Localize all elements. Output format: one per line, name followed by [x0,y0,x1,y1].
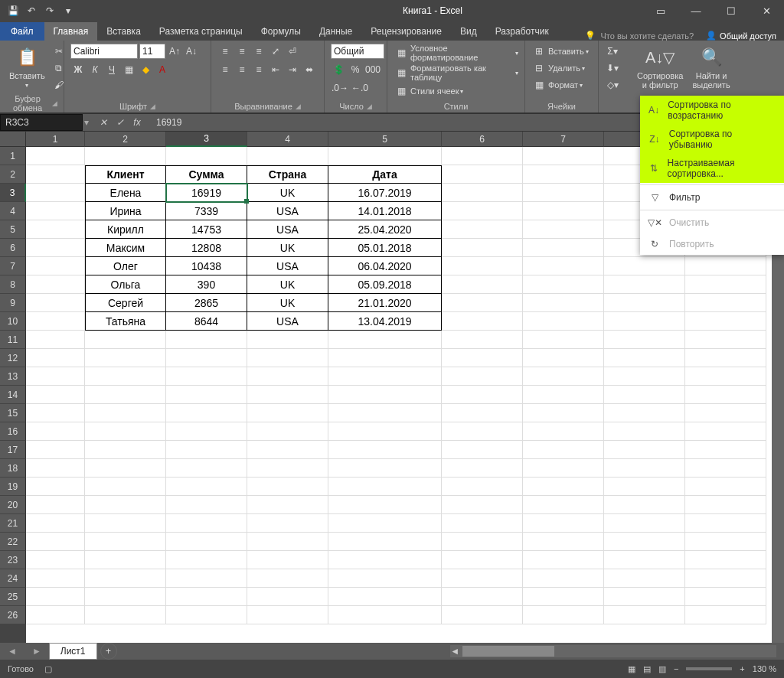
row-header[interactable]: 5 [0,220,26,239]
cell[interactable] [85,569,166,588]
cell[interactable] [523,147,604,165]
cell[interactable] [442,257,523,275]
cell[interactable] [247,569,328,588]
cell[interactable]: USA [247,312,328,331]
filter-item[interactable]: ▽Фильтр [640,187,784,208]
row-header[interactable]: 8 [0,275,26,294]
cell[interactable] [26,606,85,624]
custom-sort-item[interactable]: ⇅Настраиваемая сортировка... [640,154,784,183]
cell[interactable] [85,588,166,606]
cell[interactable] [523,275,604,294]
ribbon-options-icon[interactable]: ▭ [643,0,678,21]
cell[interactable] [328,386,442,404]
cell[interactable] [523,606,604,624]
row-header[interactable]: 25 [0,588,26,606]
find-select-button[interactable]: 🔍 Найти и выделить [689,44,733,91]
view-layout-icon[interactable]: ▤ [643,664,651,674]
dialog-launcher-icon[interactable]: ◢ [52,99,57,107]
cell[interactable] [85,514,166,533]
cell[interactable] [442,294,523,312]
cell[interactable] [604,606,685,624]
cell[interactable] [523,312,604,331]
cell[interactable] [442,606,523,624]
cell[interactable] [328,478,442,496]
cell[interactable] [26,349,85,367]
cell[interactable] [247,514,328,533]
cell[interactable] [166,496,247,514]
orientation-icon[interactable]: ⤢ [268,44,283,59]
cell[interactable] [523,184,604,202]
cell[interactable] [523,349,604,367]
fill-handle[interactable] [244,199,249,204]
grow-font-icon[interactable]: A↑ [167,44,182,59]
cell[interactable] [166,404,247,422]
view-break-icon[interactable]: ▥ [658,664,666,674]
cell[interactable] [85,422,166,441]
cell[interactable] [685,533,766,551]
cell[interactable] [26,533,85,551]
cell[interactable] [247,441,328,459]
cell[interactable] [26,496,85,514]
cell[interactable] [26,422,85,441]
row-header[interactable]: 18 [0,459,26,478]
cell[interactable] [247,533,328,551]
sort-filter-button[interactable]: A↓▽ Сортировка и фильтр [634,44,686,91]
cell[interactable] [26,275,85,294]
cell[interactable]: Максим [85,239,166,257]
tab-data[interactable]: Данные [310,22,361,41]
cell[interactable]: Елена [85,184,166,202]
cell[interactable] [442,349,523,367]
horizontal-scrollbar[interactable]: ◄ [450,645,776,657]
redo-icon[interactable]: ↷ [43,4,57,18]
cell[interactable] [523,239,604,257]
tab-developer[interactable]: Разработчик [486,22,558,41]
cell[interactable] [247,478,328,496]
column-header[interactable]: 6 [442,132,523,147]
cell[interactable] [523,422,604,441]
zoom-out-icon[interactable]: − [674,664,678,673]
cell[interactable] [166,551,247,569]
cell[interactable] [604,569,685,588]
font-color-icon[interactable]: A [155,62,170,77]
column-header[interactable]: 1 [26,132,85,147]
cell[interactable] [247,147,328,165]
cell[interactable] [85,386,166,404]
cell[interactable] [247,404,328,422]
cell[interactable] [85,331,166,349]
format-as-table-button[interactable]: ▦Форматировать как таблицу▾ [394,64,518,82]
align-top-icon[interactable]: ≡ [217,44,233,59]
row-header[interactable]: 24 [0,569,26,588]
cell[interactable] [685,422,766,441]
insert-cells-button[interactable]: ⊞Вставить▾ [531,44,589,59]
cell[interactable] [685,514,766,533]
cell[interactable] [247,386,328,404]
cell[interactable] [442,404,523,422]
row-header[interactable]: 4 [0,202,26,220]
tell-me[interactable]: Что вы хотите сделать? [600,31,694,41]
cell[interactable] [85,147,166,165]
cell[interactable]: Ольга [85,275,166,294]
italic-button[interactable]: К [87,62,103,77]
cell[interactable] [685,367,766,386]
row-header[interactable]: 11 [0,331,26,349]
cell[interactable]: UK [247,294,328,312]
cell[interactable] [442,478,523,496]
cell[interactable]: USA [247,257,328,275]
row-header[interactable]: 1 [0,147,26,165]
cell[interactable] [523,459,604,478]
cell[interactable] [523,478,604,496]
cell[interactable] [247,606,328,624]
name-box[interactable]: R3C3 [0,114,83,131]
cell[interactable] [26,294,85,312]
cell[interactable]: 05.01.2018 [328,239,442,257]
clear-icon[interactable]: ◇▾ [605,77,620,93]
cell[interactable] [604,551,685,569]
cell[interactable] [247,588,328,606]
cell[interactable]: Клиент [85,165,166,184]
cell[interactable] [685,386,766,404]
maximize-icon[interactable]: ☐ [714,0,749,21]
cell[interactable]: 13.04.2019 [328,312,442,331]
row-header[interactable]: 26 [0,606,26,624]
cell[interactable] [442,588,523,606]
cell[interactable] [685,294,766,312]
